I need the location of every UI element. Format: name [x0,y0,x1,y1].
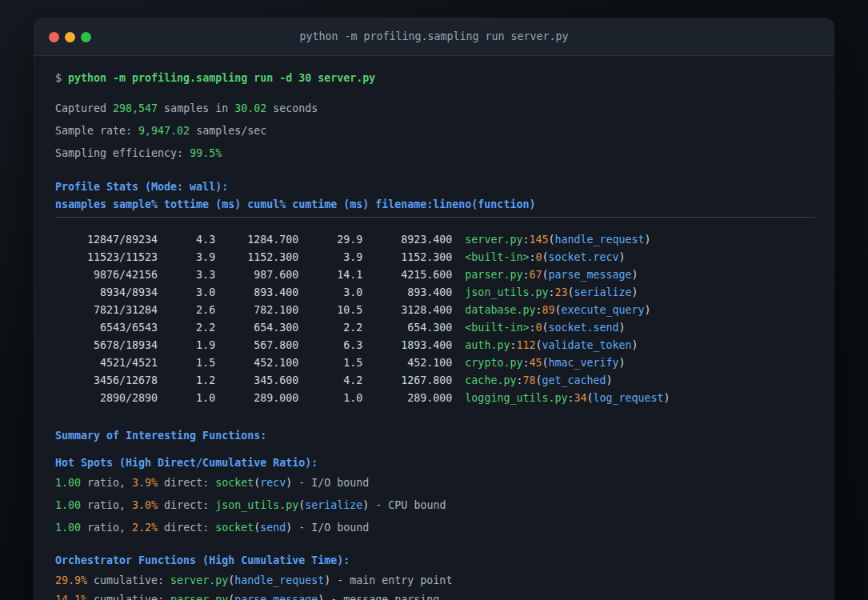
text-segment: handle_request [554,234,644,246]
text-segment: 2890/2890 1.0 289.000 1.0 289.000 [55,392,465,404]
text-segment: parser.py [465,269,522,281]
table-divider [55,217,815,218]
profile-row: 3456/12678 1.2 345.600 4.2 1267.800 cach… [55,373,815,389]
text-segment: 8934/8934 3.0 893.400 3.0 893.400 [55,286,465,298]
text-segment: log_request [594,392,664,404]
text-segment: crypto.py [465,357,522,369]
text-segment: ) [632,269,638,281]
text-segment: 3.0% [132,499,158,511]
profile-row: 8934/8934 3.0 893.400 3.0 893.400 json_u… [55,285,815,301]
text-segment: cumulative: [87,594,170,600]
hot-spots-heading: Hot Spots (High Direct/Cumulative Ratio)… [55,455,815,471]
text-segment: ) [632,286,638,298]
text-segment: database.py [465,304,535,316]
hot-spots-list: 1.00 ratio, 3.9% direct: socket(recv) - … [55,475,815,536]
shell-prompt: $ [55,72,68,84]
orchestrator-line: 29.9% cumulative: server.py(handle_reque… [55,573,815,589]
text-segment: ( [228,594,234,600]
text-segment: 1.00 [55,477,81,489]
capture-stats: Captured 298,547 samples in 30.02 second… [55,101,815,162]
text-segment: send [260,522,286,534]
text-segment: auth.py [465,339,510,351]
text-segment: ) [645,304,651,316]
stat-line: Captured 298,547 samples in 30.02 second… [55,101,815,117]
profile-stats-heading: Profile Stats (Mode: wall): [55,179,815,195]
text-segment: ) [606,374,613,386]
text-segment: get_cached [542,374,606,386]
hot-spot-line: 1.00 ratio, 2.2% direct: socket(send) - … [55,520,815,536]
text-segment: - main entry point [330,574,452,586]
text-segment: recv [260,477,286,489]
text-segment: logging_utils.py [465,392,567,404]
text-segment: 6543/6543 2.2 654.300 2.2 654.300 [55,322,465,334]
text-segment: 29.9% [55,574,87,586]
text-segment: parse_message [548,269,631,281]
text-segment: ) [664,392,670,404]
text-segment: 23 [554,286,567,298]
profile-rows: 12847/89234 4.3 1284.700 29.9 8923.400 s… [55,232,815,406]
profile-row: 11523/11523 3.9 1152.300 3.9 1152.300 <b… [55,250,815,266]
text-segment: 30.02 [234,102,266,114]
profile-row: 5678/18934 1.9 567.800 6.3 1893.400 auth… [55,338,815,354]
text-segment: json_utils.py [215,499,298,511]
text-segment: samples in [158,102,234,114]
text-segment: 2.2% [132,522,158,534]
text-segment: hmac_verify [548,357,618,369]
text-segment: 11523/11523 3.9 1152.300 3.9 1152.300 [55,251,465,263]
text-segment: direct: [158,499,215,511]
text-segment: - I/O bound [292,522,369,534]
text-segment: 45 [529,357,542,369]
text-segment: cumulative: [87,574,170,586]
text-segment: socket [215,477,254,489]
text-segment: 9876/42156 3.3 987.600 14.1 4215.600 [55,269,465,281]
text-segment: server.py [170,574,228,586]
text-segment: ( [586,392,593,404]
text-segment: 5678/18934 1.9 567.800 6.3 1893.400 [55,339,465,351]
text-segment: ratio, [81,477,132,489]
text-segment: ) [632,339,638,351]
text-segment: parser.py [170,594,228,600]
text-segment: ratio, [81,499,132,511]
text-segment: socket.recv [548,251,618,263]
profile-row: 9876/42156 3.3 987.600 14.1 4215.600 par… [55,267,815,283]
text-segment: 1.00 [55,522,81,534]
command-text: python -m profiling.sampling run -d 30 s… [68,72,375,84]
text-segment: 78 [522,374,535,386]
orchestrator-list: 29.9% cumulative: server.py(handle_reque… [55,573,815,600]
stat-line: Sample rate: 9,947.02 samples/sec [55,123,815,139]
text-segment: serialize [574,286,631,298]
text-segment: 145 [529,234,548,246]
text-segment: handle_request [234,574,324,586]
profile-row: 12847/89234 4.3 1284.700 29.9 8923.400 s… [55,232,815,248]
text-segment: server.py [465,234,522,246]
text-segment: 298,547 [113,102,158,114]
terminal-titlebar: python -m profiling.sampling run server.… [34,18,834,56]
text-segment: - CPU bound [369,499,446,511]
text-segment: <built-in> [465,322,529,334]
text-segment: 112 [516,339,535,351]
text-segment: serialize [305,499,362,511]
hot-spot-line: 1.00 ratio, 3.0% direct: json_utils.py(s… [55,498,815,514]
text-segment: parse_message [234,594,318,600]
text-segment: direct: [158,477,215,489]
text-segment: 7821/31284 2.6 782.100 10.5 3128.400 [55,304,465,316]
text-segment: socket.send [548,322,618,334]
text-segment: Sampling efficiency: [55,147,190,159]
text-segment: ) [619,357,626,369]
text-segment: ( [228,574,234,586]
text-segment: ratio, [81,522,132,534]
text-segment: 67 [529,269,542,281]
profile-row: 4521/4521 1.5 452.100 1.5 452.100 crypto… [55,355,815,371]
text-segment: Sample rate: [55,125,138,137]
text-segment: 34 [574,392,586,404]
profile-row: 7821/31284 2.6 782.100 10.5 3128.400 dat… [55,302,815,318]
orchestrator-line: 14.1% cumulative: parser.py(parse_messag… [55,592,815,600]
text-segment: json_utils.py [465,286,548,298]
profile-row: 6543/6543 2.2 654.300 2.2 654.300 <built… [55,320,815,336]
text-segment: ) [619,251,626,263]
text-segment: 9,947.02 [138,125,190,137]
command-line: $ python -m profiling.sampling run -d 30… [55,70,815,86]
text-segment: ) [619,322,626,334]
summary-heading: Summary of Interesting Functions: [55,428,815,444]
text-segment: 3456/12678 1.2 345.600 4.2 1267.800 [55,374,465,386]
